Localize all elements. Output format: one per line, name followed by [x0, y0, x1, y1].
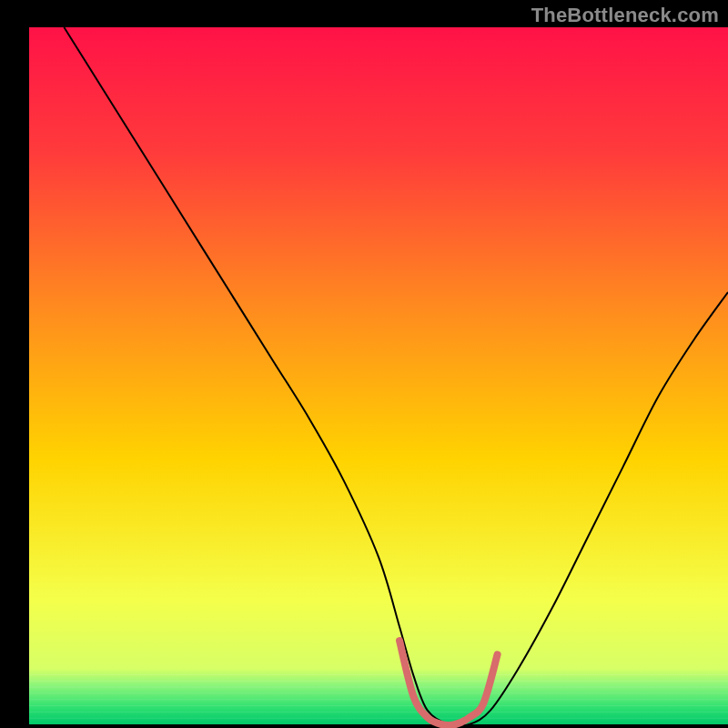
bottom-green-band	[29, 669, 728, 724]
chart-stage: TheBottleneck.com	[0, 0, 728, 728]
gradient-background	[29, 27, 728, 724]
plot-area	[29, 27, 728, 726]
bottleneck-chart	[0, 0, 728, 728]
watermark-text: TheBottleneck.com	[531, 4, 719, 27]
